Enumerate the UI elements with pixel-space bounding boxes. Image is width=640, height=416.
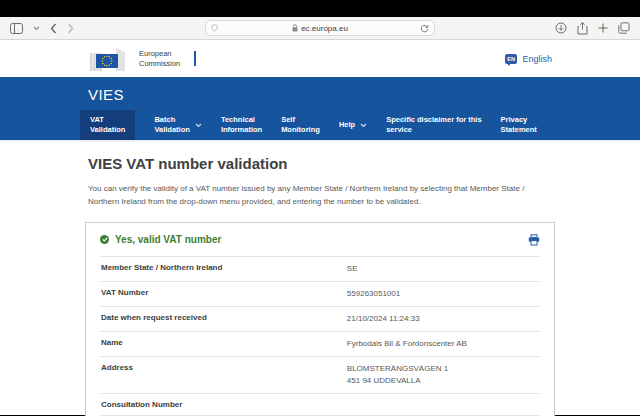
valid-check-icon — [100, 235, 109, 244]
row-value — [347, 400, 540, 409]
nav-technical-information[interactable]: TechnicalInformation — [221, 110, 262, 140]
chevron-down-icon — [195, 123, 202, 128]
result-header: Yes, valid VAT number — [86, 223, 554, 254]
nav-label: Help — [339, 120, 355, 130]
forward-icon[interactable] — [67, 23, 74, 34]
ec-logo-text: European Commission — [139, 49, 180, 69]
chevron-down-icon — [360, 123, 367, 128]
site-band: VIES VATValidation BatchValidation — [0, 77, 640, 142]
nav-vat-validation[interactable]: VATValidation — [80, 110, 135, 140]
nav-self-monitoring[interactable]: SelfMonitoring — [281, 110, 320, 140]
sidebar-icon[interactable] — [10, 23, 23, 34]
print-icon[interactable] — [528, 234, 540, 246]
row-label: Name — [101, 338, 347, 350]
row-label: Member State / Northern Ireland — [101, 263, 347, 275]
row-value: 559263051001 — [347, 288, 540, 300]
nav-label: VATValidation — [90, 115, 125, 135]
tabs-overview-icon[interactable] — [618, 22, 630, 34]
row-label: Date when request received — [101, 313, 347, 325]
table-row-member-state: Member State / Northern Ireland SE — [100, 256, 540, 281]
table-row-consultation-number: Consultation Number — [100, 393, 540, 416]
nav-label: PrivacyStatement — [501, 115, 537, 135]
row-value: BLOMSTERÄNGSVÄGEN 1 451 94 UDDEVALLA — [347, 363, 540, 387]
nav-specific-disclaimer[interactable]: Specific disclaimer for thisservice — [386, 110, 481, 140]
ec-header: European Commission EN English — [0, 40, 640, 77]
table-row-vat-number: VAT Number 559263051001 — [100, 281, 540, 306]
main-nav: VATValidation BatchValidation TechnicalI… — [0, 110, 640, 140]
back-icon[interactable] — [50, 23, 57, 34]
nav-help[interactable]: Help — [339, 110, 367, 140]
url-text: ec.europa.eu — [301, 24, 348, 33]
nav-privacy-statement[interactable]: PrivacyStatement — [501, 110, 537, 140]
row-value: Fyrbodals Bil & Fordonscenter AB — [347, 338, 540, 350]
language-selector[interactable]: EN English — [505, 54, 552, 64]
ec-logo-divider — [194, 51, 196, 66]
row-label: Address — [101, 363, 347, 387]
table-row-request-date: Date when request received 21/10/2024 11… — [100, 306, 540, 331]
row-value: SE — [347, 263, 540, 275]
status-text: Yes, valid VAT number — [115, 234, 221, 245]
ec-logo[interactable]: European Commission — [88, 46, 196, 72]
nav-label: BatchValidation — [154, 115, 189, 135]
row-value: 21/10/2024 11:24:33 — [347, 313, 540, 325]
row-label: VAT Number — [101, 288, 347, 300]
new-tab-icon[interactable] — [598, 23, 608, 33]
table-row-address: Address BLOMSTERÄNGSVÄGEN 1 451 94 UDDEV… — [100, 356, 540, 393]
share-icon[interactable] — [577, 22, 588, 35]
nav-batch-validation[interactable]: BatchValidation — [154, 110, 201, 140]
language-badge: EN — [505, 54, 518, 64]
downloads-icon[interactable] — [555, 22, 567, 34]
nav-label: SelfMonitoring — [281, 115, 320, 135]
sidebar-chevron-down-icon[interactable] — [33, 26, 40, 31]
lock-icon — [292, 24, 298, 32]
result-table: Member State / Northern Ireland SE VAT N… — [100, 256, 540, 416]
ec-flag-logo-icon — [88, 46, 132, 72]
nav-label: Specific disclaimer for thisservice — [386, 115, 481, 135]
language-label: English — [522, 54, 552, 64]
browser-toolbar: ec.europa.eu — [0, 17, 640, 40]
mac-menubar — [0, 0, 640, 17]
site-title: VIES — [0, 86, 640, 103]
validation-result-card: Yes, valid VAT number Member State / Nor… — [85, 222, 555, 416]
screen: ec.europa.eu — [0, 0, 640, 416]
address-bar[interactable]: ec.europa.eu — [205, 20, 435, 36]
nav-label: TechnicalInformation — [221, 115, 262, 135]
page-body: European Commission EN English VIES VATV… — [0, 40, 640, 415]
table-row-name: Name Fyrbodals Bil & Fordonscenter AB — [100, 331, 540, 356]
row-label: Consultation Number — [101, 400, 347, 409]
main-content: VIES VAT number validation You can verif… — [0, 155, 640, 416]
page-title: VIES VAT number validation — [88, 155, 555, 172]
page-description: You can verify the validity of a VAT num… — [88, 182, 554, 208]
